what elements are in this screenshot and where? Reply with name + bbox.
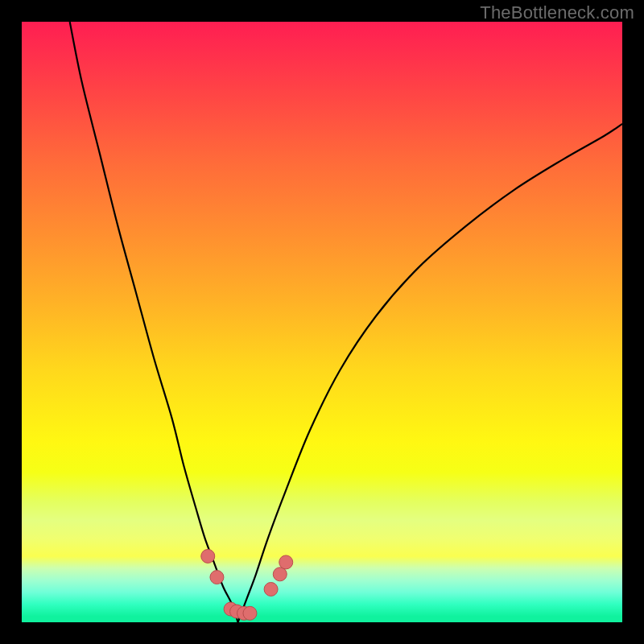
curve-canvas [22,22,622,622]
curve-left [70,22,238,622]
curve-right [238,124,622,622]
marker-dot [201,549,215,563]
marker-dot [243,606,257,620]
marker-group [201,549,293,620]
marker-dot [279,555,293,569]
chart-frame: TheBottleneck.com [0,0,644,644]
marker-dot [264,582,278,596]
plot-area [22,22,622,622]
marker-dot [210,571,224,584]
marker-dot [273,568,287,581]
watermark-label: TheBottleneck.com [480,2,634,23]
